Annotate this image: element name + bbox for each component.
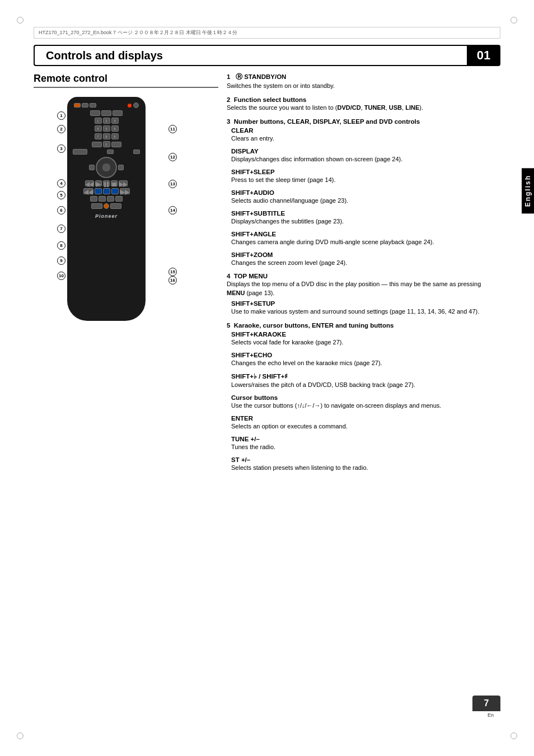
num-1[interactable]: 1 bbox=[95, 118, 102, 124]
btn-top-3[interactable] bbox=[90, 103, 96, 108]
usb-btn[interactable] bbox=[111, 188, 119, 194]
input-btn[interactable] bbox=[90, 196, 97, 202]
callout-4: 4 bbox=[57, 179, 65, 188]
minus-btn[interactable] bbox=[91, 203, 102, 209]
item5-cursor: Cursor buttons Use the cursor buttons (↑… bbox=[231, 394, 500, 410]
plus-btn[interactable] bbox=[110, 203, 121, 209]
num-2[interactable]: 2 bbox=[103, 118, 110, 124]
func-btn-2[interactable] bbox=[101, 110, 111, 116]
func-btn-3[interactable] bbox=[113, 110, 123, 116]
page-badge: 7 bbox=[472, 696, 500, 711]
num-0[interactable]: 0 bbox=[103, 141, 110, 147]
display-btn[interactable] bbox=[111, 142, 121, 147]
svg-marker-6 bbox=[119, 182, 123, 187]
callout-13: 13 bbox=[168, 180, 177, 188]
item3-shift-audio: SHIFT+AUDIO Selects audio channel/langua… bbox=[231, 189, 500, 206]
remote-section: Remote control 1 2 3 4 5 6 7 8 9 10 11 1… bbox=[34, 73, 218, 321]
top-menu-btn[interactable] bbox=[73, 149, 87, 155]
num-3[interactable]: 3 bbox=[111, 118, 119, 124]
btn-top-round[interactable] bbox=[133, 102, 139, 108]
callout-14: 14 bbox=[168, 206, 177, 214]
num-9[interactable]: 9 bbox=[111, 133, 119, 139]
svg-marker-8 bbox=[84, 190, 88, 195]
page-en: En bbox=[488, 712, 494, 718]
desc-item-1: 1 Ⓡ STANDBY/ON Switches the system on or… bbox=[227, 73, 500, 91]
item5-st: ST +/– Selects station presets when list… bbox=[231, 456, 500, 473]
num-5[interactable]: 5 bbox=[103, 125, 110, 132]
corner-mark-tl bbox=[17, 17, 24, 24]
clear-btn[interactable] bbox=[92, 142, 102, 147]
item3-clear: CLEAR Clears an entry. bbox=[231, 127, 500, 143]
desc-item-2: 2 Function select buttons Selects the so… bbox=[227, 96, 500, 113]
chapter-header: Controls and displays 01 bbox=[34, 45, 500, 66]
channel-btn[interactable] bbox=[99, 196, 106, 202]
nav-ring[interactable] bbox=[96, 157, 117, 178]
callout-7: 7 bbox=[57, 225, 65, 233]
num-8[interactable]: 8 bbox=[103, 133, 110, 139]
corner-mark-br bbox=[510, 732, 517, 739]
num-7[interactable]: 7 bbox=[95, 133, 102, 139]
svg-marker-0 bbox=[86, 182, 90, 187]
callout-9: 9 bbox=[57, 256, 65, 265]
volume-btn[interactable] bbox=[107, 196, 114, 202]
remote-image-wrapper: 1 2 3 4 5 6 7 8 9 10 11 12 13 14 15 16 bbox=[34, 97, 179, 321]
chapter-title: Controls and displays bbox=[46, 49, 163, 62]
stop-btn[interactable] bbox=[111, 180, 118, 186]
callout-2: 2 bbox=[57, 125, 65, 133]
desc-item-5: 5 Karaoke, cursor buttons, ENTER and tun… bbox=[227, 322, 500, 473]
num-6[interactable]: 6 bbox=[111, 125, 119, 132]
ffwd-btn[interactable] bbox=[120, 188, 130, 194]
item3-display: DISPLAY Displays/changes disc informatio… bbox=[231, 148, 500, 164]
btn-top-2[interactable] bbox=[82, 103, 88, 108]
file-info-text: HTZ170_171_270_272_En.book 7 ページ ２００８年２月… bbox=[39, 29, 237, 36]
mute-btn[interactable] bbox=[115, 196, 123, 202]
item1-title: 1 Ⓡ STANDBY/ON bbox=[227, 73, 500, 81]
dvd-btn[interactable] bbox=[95, 188, 102, 194]
item3-shift-subtitle: SHIFT+SUBTITLE Displays/changes the subt… bbox=[231, 210, 500, 226]
setup-btn[interactable] bbox=[133, 150, 140, 154]
page-number: 7 bbox=[484, 698, 489, 708]
chapter-number-box: 01 bbox=[467, 45, 500, 66]
desc-item-4: 4 TOP MENU Displays the top menu of a DV… bbox=[227, 273, 500, 316]
item5-title: 5 Karaoke, cursor buttons, ENTER and tun… bbox=[227, 322, 500, 329]
callout-15: 15 bbox=[168, 268, 177, 276]
svg-rect-4 bbox=[107, 182, 109, 187]
callout-6: 6 bbox=[57, 206, 65, 214]
pause-btn[interactable] bbox=[103, 180, 110, 186]
svg-marker-10 bbox=[120, 190, 125, 195]
description-section: 1 Ⓡ STANDBY/ON Switches the system on or… bbox=[227, 73, 500, 478]
file-info-bar: HTZ170_171_270_272_En.book 7 ページ ２００８年２月… bbox=[34, 27, 500, 39]
item2-title: 2 Function select buttons bbox=[227, 96, 500, 103]
lock-btn[interactable] bbox=[107, 150, 114, 154]
rewind-btn[interactable] bbox=[83, 188, 93, 194]
karaoke-btn[interactable] bbox=[89, 165, 95, 170]
num-4[interactable]: 4 bbox=[95, 125, 102, 132]
item3-shift-angle: SHIFT+ANGLE Changes camera angle during … bbox=[231, 231, 500, 247]
cd-btn[interactable] bbox=[103, 188, 110, 194]
callout-16: 16 bbox=[168, 276, 177, 284]
item2-text: Selects the source you want to listen to… bbox=[227, 104, 500, 113]
play-btn[interactable] bbox=[95, 180, 102, 186]
next-btn[interactable] bbox=[119, 180, 128, 186]
chapter-number: 01 bbox=[477, 48, 490, 63]
callout-3: 3 bbox=[57, 144, 65, 153]
svg-marker-2 bbox=[96, 182, 101, 187]
center-btn[interactable] bbox=[104, 203, 109, 209]
item4-title: 4 TOP MENU bbox=[227, 273, 500, 279]
standby-btn[interactable] bbox=[74, 103, 81, 108]
remote-control-title: Remote control bbox=[34, 73, 218, 88]
item3-shift-zoom: SHIFT+ZOOM Changes the screen zoom level… bbox=[231, 251, 500, 268]
callout-10: 10 bbox=[57, 272, 65, 280]
pioneer-logo: Pioneer bbox=[72, 213, 141, 219]
item4-shift-setup: SHIFT+SETUP Use to make various system a… bbox=[231, 300, 500, 316]
remote-body: 1 2 3 4 5 6 7 8 9 bbox=[67, 97, 146, 321]
prev-btn[interactable] bbox=[85, 180, 94, 186]
language-tab: English bbox=[522, 168, 534, 213]
svg-marker-1 bbox=[90, 182, 93, 187]
callout-8: 8 bbox=[57, 241, 65, 250]
led-indicator bbox=[128, 104, 132, 108]
item3-title: 3 Number buttons, CLEAR, DISPLAY, SLEEP … bbox=[227, 118, 500, 125]
item4-text: Displays the top menu of a DVD disc in t… bbox=[227, 280, 500, 298]
extra-btn[interactable] bbox=[118, 165, 124, 170]
func-btn-1[interactable] bbox=[90, 110, 100, 116]
